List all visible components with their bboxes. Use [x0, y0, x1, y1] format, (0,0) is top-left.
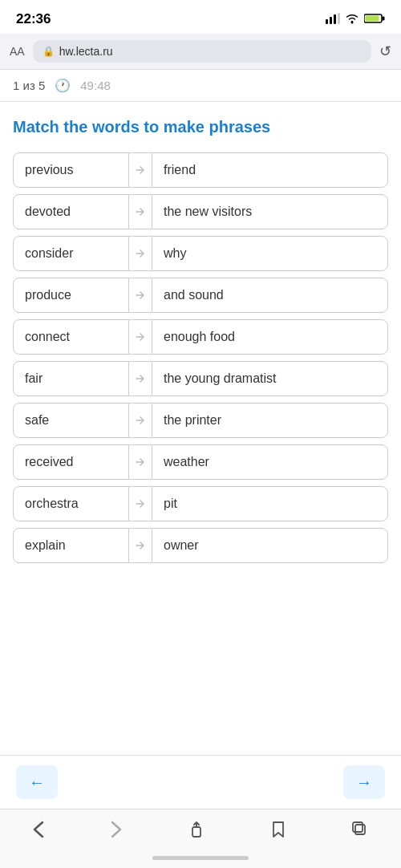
- svg-rect-8: [192, 827, 200, 837]
- right-word[interactable]: why: [152, 236, 388, 271]
- clock-icon: 🕐: [55, 78, 71, 93]
- browser-forward-button[interactable]: [103, 817, 130, 846]
- svg-rect-9: [355, 825, 365, 834]
- status-icons: [326, 13, 385, 26]
- arrow-connector: [129, 403, 152, 438]
- svg-rect-6: [383, 16, 385, 20]
- header-bar: 1 из 5 🕐 49:48: [0, 70, 401, 102]
- battery-icon: [364, 13, 385, 26]
- browser-aa[interactable]: AA: [10, 45, 25, 58]
- svg-rect-1: [330, 17, 332, 24]
- home-bar: [152, 856, 249, 860]
- arrow-connector: [129, 319, 152, 355]
- right-word[interactable]: friend: [152, 152, 388, 188]
- right-word[interactable]: pit: [152, 486, 388, 521]
- left-word[interactable]: safe: [13, 403, 129, 438]
- right-word[interactable]: weather: [152, 444, 388, 480]
- signal-icon: [326, 13, 340, 26]
- right-word[interactable]: the printer: [152, 403, 388, 438]
- status-time: 22:36: [16, 11, 51, 27]
- left-word[interactable]: consider: [13, 236, 129, 271]
- right-word[interactable]: the young dramatist: [152, 361, 388, 396]
- pair-row[interactable]: produceand sound: [13, 278, 388, 313]
- pair-row[interactable]: safethe printer: [13, 403, 388, 438]
- left-word[interactable]: devoted: [13, 194, 129, 229]
- arrow-connector: [129, 194, 152, 229]
- forward-button[interactable]: →: [343, 765, 385, 799]
- pair-row[interactable]: previousfriend: [13, 152, 388, 188]
- left-word[interactable]: produce: [13, 278, 129, 313]
- right-word[interactable]: and sound: [152, 278, 388, 313]
- svg-rect-3: [338, 13, 340, 24]
- share-button[interactable]: [180, 817, 213, 846]
- left-word[interactable]: orchestra: [13, 486, 129, 521]
- status-bar: 22:36: [0, 0, 401, 34]
- svg-rect-7: [366, 15, 379, 21]
- arrow-connector: [129, 152, 152, 188]
- left-word[interactable]: connect: [13, 319, 129, 355]
- home-indicator: [0, 851, 401, 868]
- page-title: Match the words to make phrases: [13, 118, 388, 136]
- nav-bar: ← →: [0, 755, 401, 809]
- left-word[interactable]: fair: [13, 361, 129, 396]
- back-button[interactable]: ←: [16, 765, 58, 799]
- svg-rect-2: [334, 14, 336, 24]
- pair-row[interactable]: considerwhy: [13, 236, 388, 271]
- arrow-connector: [129, 486, 152, 521]
- left-word[interactable]: previous: [13, 152, 129, 188]
- browser-bar: AA 🔒 hw.lecta.ru ↺: [0, 34, 401, 70]
- svg-rect-0: [326, 19, 328, 24]
- pair-row[interactable]: devotedthe new visitors: [13, 194, 388, 229]
- bottom-nav: [0, 809, 401, 851]
- pair-row[interactable]: fairthe young dramatist: [13, 361, 388, 396]
- pairs-container: previousfrienddevotedthe new visitorscon…: [13, 152, 388, 563]
- right-word[interactable]: the new visitors: [152, 194, 388, 229]
- browser-back-button[interactable]: [25, 817, 52, 846]
- lock-icon: 🔒: [43, 46, 55, 57]
- pair-row[interactable]: receivedweather: [13, 444, 388, 480]
- timer-text: 49:48: [80, 79, 111, 92]
- tabs-button[interactable]: [344, 818, 376, 846]
- svg-rect-10: [353, 822, 363, 832]
- left-word[interactable]: received: [13, 444, 129, 480]
- pair-row[interactable]: explainowner: [13, 528, 388, 563]
- main-content: Match the words to make phrases previous…: [0, 102, 401, 755]
- wifi-icon: [345, 13, 359, 26]
- left-word[interactable]: explain: [13, 528, 129, 563]
- pair-row[interactable]: connectenough food: [13, 319, 388, 355]
- arrow-connector: [129, 236, 152, 271]
- pair-row[interactable]: orchestrapit: [13, 486, 388, 521]
- bookmark-button[interactable]: [263, 817, 294, 846]
- browser-url-box[interactable]: 🔒 hw.lecta.ru: [33, 40, 371, 63]
- svg-point-4: [351, 21, 354, 23]
- browser-url: hw.lecta.ru: [59, 45, 113, 58]
- arrow-connector: [129, 444, 152, 480]
- arrow-connector: [129, 361, 152, 396]
- arrow-connector: [129, 278, 152, 313]
- reload-button[interactable]: ↺: [379, 43, 391, 60]
- right-word[interactable]: enough food: [152, 319, 388, 355]
- right-word[interactable]: owner: [152, 528, 388, 563]
- arrow-connector: [129, 528, 152, 563]
- progress-text: 1 из 5: [13, 79, 45, 92]
